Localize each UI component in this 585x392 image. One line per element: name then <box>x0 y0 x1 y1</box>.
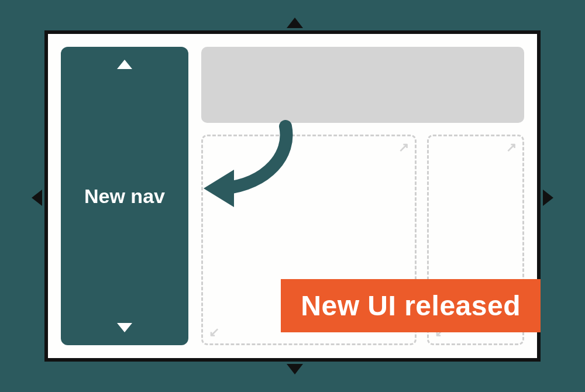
resize-handle-top-icon[interactable] <box>287 18 303 28</box>
caret-down-icon[interactable] <box>117 323 132 332</box>
caret-up-icon[interactable] <box>117 60 132 69</box>
resize-handle-bottom-icon[interactable] <box>287 364 303 374</box>
expand-ne-icon[interactable]: ↗ <box>506 140 517 155</box>
expand-sw-icon[interactable]: ↙ <box>209 325 219 340</box>
release-banner-text: New UI released <box>301 290 521 321</box>
release-banner: New UI released <box>281 279 541 332</box>
sidebar-nav[interactable]: New nav <box>61 47 188 345</box>
sidebar-label: New nav <box>84 185 165 208</box>
expand-ne-icon[interactable]: ↗ <box>398 140 409 155</box>
resize-handle-right-icon[interactable] <box>543 190 553 206</box>
header-placeholder <box>201 47 524 123</box>
app-frame: New nav ↗ ↙ ↗ ↙ New UI released <box>44 30 541 362</box>
resize-handle-left-icon[interactable] <box>32 190 42 206</box>
